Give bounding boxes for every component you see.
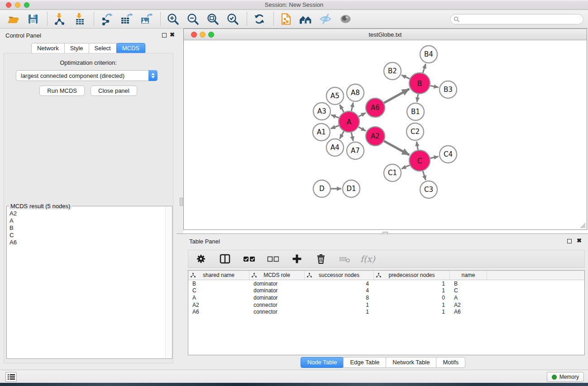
table-cell[interactable]: 1 xyxy=(374,302,450,308)
mcds-result-item[interactable]: A6 xyxy=(8,239,165,246)
splitter-handle-left[interactable] xyxy=(180,198,183,206)
graph-edge-A-A4[interactable] xyxy=(340,131,344,139)
table-cell[interactable]: B xyxy=(188,281,249,287)
column-header-successor-nodes[interactable]: successor nodes xyxy=(305,271,374,280)
table-cell[interactable]: 1 xyxy=(374,309,450,315)
first-neighbors-icon[interactable] xyxy=(299,12,313,26)
refresh-layout-icon[interactable] xyxy=(253,12,266,26)
export-image-icon[interactable] xyxy=(139,12,153,26)
import-network-icon[interactable] xyxy=(53,12,67,26)
show-details-eye-icon[interactable] xyxy=(339,12,353,26)
scrollbar-track[interactable] xyxy=(165,207,172,358)
float-panel-icon[interactable] xyxy=(162,33,167,38)
mcds-result-list[interactable]: A2ABCA6 xyxy=(8,210,165,357)
tab-network[interactable]: Network xyxy=(31,43,65,54)
table-cell[interactable]: B xyxy=(450,281,487,287)
hide-details-eye-icon[interactable] xyxy=(319,12,333,26)
close-panel-icon[interactable]: ✖ xyxy=(577,237,582,244)
column-header-name[interactable]: name xyxy=(450,271,487,280)
graph-edge-B-B3[interactable] xyxy=(430,86,438,87)
table-row[interactable]: Adominator80A xyxy=(188,294,584,301)
run-mcds-button[interactable]: Run MCDS xyxy=(39,86,85,96)
table-cell[interactable]: 4 xyxy=(305,281,374,287)
tab-style[interactable]: Style xyxy=(64,43,89,54)
graph-edge-B-B1[interactable] xyxy=(417,94,418,102)
add-icon[interactable] xyxy=(291,253,303,265)
table-cell[interactable]: 1 xyxy=(374,287,450,294)
unchecked-pair-icon[interactable] xyxy=(267,253,279,265)
trash-icon[interactable] xyxy=(315,253,327,265)
close-panel-icon[interactable]: ✖ xyxy=(170,31,175,38)
table-cell[interactable]: A xyxy=(188,295,249,301)
mcds-result-item[interactable]: C xyxy=(8,232,165,239)
search-field[interactable] xyxy=(450,14,583,24)
export-table-icon[interactable] xyxy=(120,12,133,26)
checked-pair-icon[interactable] xyxy=(243,253,255,265)
graph-edge-A-A5[interactable] xyxy=(340,105,344,112)
resize-grip-icon[interactable] xyxy=(580,223,586,229)
tab-mcds[interactable]: MCDS xyxy=(116,43,145,54)
tab-network-table[interactable]: Network Table xyxy=(386,357,436,368)
table-cell[interactable]: A6 xyxy=(450,309,487,315)
open-file-icon[interactable] xyxy=(6,12,20,26)
graph-edge-A-A6[interactable] xyxy=(359,113,366,116)
column-header-MCDS-role[interactable]: MCDS role xyxy=(249,271,305,280)
table-cell[interactable]: dominator xyxy=(249,295,305,301)
table-row[interactable]: A2connector11A2 xyxy=(188,301,584,309)
graph-edge-A-A7[interactable] xyxy=(351,132,353,141)
table-cell[interactable]: A6 xyxy=(188,309,249,315)
table-cell[interactable]: connector xyxy=(249,302,305,308)
table-cell[interactable]: 0 xyxy=(374,295,450,301)
columns-icon[interactable] xyxy=(219,253,231,265)
export-network-icon[interactable] xyxy=(100,12,113,26)
mcds-result-item[interactable]: B xyxy=(8,224,165,232)
memory-button[interactable]: Memory xyxy=(547,372,584,382)
graph-edge-B-B2[interactable] xyxy=(402,75,410,79)
zoom-out-icon[interactable] xyxy=(186,12,200,26)
graph-edge-C-C2[interactable] xyxy=(416,142,418,150)
graph-edge-A2-C[interactable] xyxy=(384,141,409,155)
zoom-in-icon[interactable] xyxy=(166,12,180,26)
column-header-predecessor-nodes[interactable]: predecessor nodes xyxy=(374,271,450,280)
graph-edge-C-C4[interactable] xyxy=(430,157,438,158)
network-graph-canvas[interactable]: AA1A2A3A4A5A6A7A8BB1B2B3B4CC1C2C3C4DD1 xyxy=(184,40,587,229)
mcds-result-item[interactable]: A xyxy=(8,217,165,224)
import-table-icon[interactable] xyxy=(73,12,86,26)
optimization-criterion-select[interactable]: largest connected component (directed) xyxy=(16,70,158,81)
graph-edge-C-C1[interactable] xyxy=(402,165,410,169)
table-cell[interactable]: 1 xyxy=(305,302,374,308)
gear-icon[interactable] xyxy=(195,253,207,265)
tab-select[interactable]: Select xyxy=(89,43,117,54)
graph-edge-A-A8[interactable] xyxy=(351,102,353,111)
table-row[interactable]: Cdominator41C xyxy=(188,287,584,295)
graph-edge-A-A2[interactable] xyxy=(359,127,366,131)
tab-motifs[interactable]: Motifs xyxy=(436,357,465,368)
column-header-shared-name[interactable]: shared name xyxy=(188,271,249,280)
table-cell[interactable]: C xyxy=(188,287,249,294)
table-cell[interactable]: connector xyxy=(249,309,305,315)
save-session-icon[interactable] xyxy=(26,12,40,26)
table-cell[interactable]: 4 xyxy=(305,287,374,294)
table-row[interactable]: Bdominator41B xyxy=(188,280,584,287)
network-from-file-icon[interactable] xyxy=(279,12,293,26)
tab-edge-table[interactable]: Edge Table xyxy=(343,357,386,368)
graph-edge-A-A1[interactable] xyxy=(331,125,339,129)
table-cell[interactable]: A xyxy=(450,295,487,301)
graph-edge-A-A3[interactable] xyxy=(331,115,339,118)
table-cell[interactable]: C xyxy=(450,287,487,294)
table-cell[interactable]: dominator xyxy=(249,281,305,287)
zoom-selected-icon[interactable] xyxy=(226,12,239,26)
table-cell[interactable]: dominator xyxy=(249,287,305,294)
tab-node-table[interactable]: Node Table xyxy=(301,357,344,368)
graph-edge-A6-B[interactable] xyxy=(384,89,409,103)
graph-edge-C-C3[interactable] xyxy=(423,171,425,180)
table-cell[interactable]: A2 xyxy=(450,302,487,308)
zoom-fit-icon[interactable] xyxy=(206,12,220,26)
table-cell[interactable]: 1 xyxy=(305,309,374,315)
close-panel-button[interactable]: Close panel xyxy=(91,86,137,96)
graph-edge-B-B4[interactable] xyxy=(423,64,425,73)
table-cell[interactable]: 1 xyxy=(374,281,450,287)
search-input[interactable] xyxy=(460,15,583,24)
table-cell[interactable]: A2 xyxy=(188,302,249,308)
table-cell[interactable]: 8 xyxy=(305,295,374,301)
